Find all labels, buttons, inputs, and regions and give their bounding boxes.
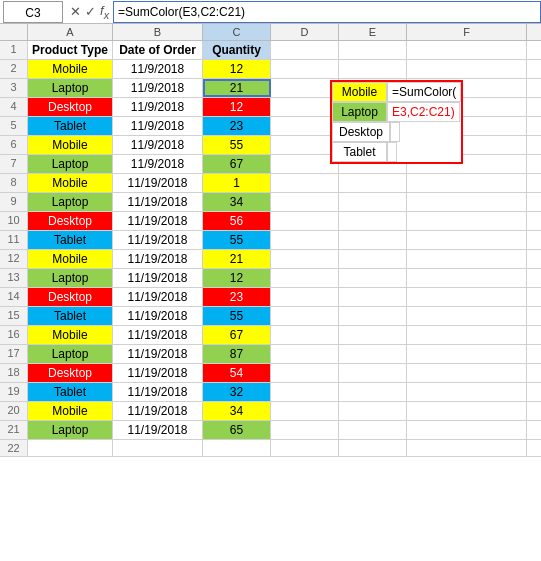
cell-d6: [271, 136, 339, 154]
cell-a2[interactable]: Mobile: [28, 60, 113, 78]
cell-a18[interactable]: Desktop: [28, 364, 113, 382]
cell-b17[interactable]: 11/19/2018: [113, 345, 203, 363]
cell-e21: [339, 421, 407, 439]
cell-d4: [271, 98, 339, 116]
cell-a15[interactable]: Tablet: [28, 307, 113, 325]
confirm-icon[interactable]: ✓: [85, 4, 96, 19]
cell-c6[interactable]: 55: [203, 136, 271, 154]
fx-icon[interactable]: fx: [100, 3, 109, 21]
cell-e2: [339, 60, 407, 78]
col-header-c[interactable]: C: [203, 24, 271, 40]
cell-c14[interactable]: 23: [203, 288, 271, 306]
cell-b8[interactable]: 11/19/2018: [113, 174, 203, 192]
cell-b15[interactable]: 11/19/2018: [113, 307, 203, 325]
cell-b5[interactable]: 11/9/2018: [113, 117, 203, 135]
cell-b20[interactable]: 11/19/2018: [113, 402, 203, 420]
formula-bar: C3 ✕ ✓ fx: [0, 0, 541, 24]
row-number-header-spacer: [0, 24, 28, 40]
row-num-9: 9: [0, 193, 28, 211]
cell-c8[interactable]: 1: [203, 174, 271, 192]
cell-b3[interactable]: 11/9/2018: [113, 79, 203, 97]
cell-b9[interactable]: 11/19/2018: [113, 193, 203, 211]
cell-c22[interactable]: [203, 440, 271, 456]
cell-c7[interactable]: 67: [203, 155, 271, 173]
cell-a9[interactable]: Laptop: [28, 193, 113, 211]
cell-b14[interactable]: 11/19/2018: [113, 288, 203, 306]
row-1: 1 Product Type Date of Order Quantity: [0, 41, 541, 60]
formula-input[interactable]: [113, 1, 541, 23]
cell-a1[interactable]: Product Type: [28, 41, 113, 59]
cell-d21: [271, 421, 339, 439]
col-header-b[interactable]: B: [113, 24, 203, 40]
cell-d19: [271, 383, 339, 401]
cell-c4[interactable]: 12: [203, 98, 271, 116]
cancel-icon[interactable]: ✕: [70, 4, 81, 19]
cell-a19[interactable]: Tablet: [28, 383, 113, 401]
cell-b7[interactable]: 11/9/2018: [113, 155, 203, 173]
cell-a10[interactable]: Desktop: [28, 212, 113, 230]
cell-a11[interactable]: Tablet: [28, 231, 113, 249]
cell-e19: [339, 383, 407, 401]
cell-c5[interactable]: 23: [203, 117, 271, 135]
popup-row-desktop: Desktop: [332, 122, 461, 142]
cell-c11[interactable]: 55: [203, 231, 271, 249]
cell-b10[interactable]: 11/19/2018: [113, 212, 203, 230]
cell-a7[interactable]: Laptop: [28, 155, 113, 173]
cell-a17[interactable]: Laptop: [28, 345, 113, 363]
cell-a22[interactable]: [28, 440, 113, 456]
name-box[interactable]: C3: [3, 1, 63, 23]
cell-a3[interactable]: Laptop: [28, 79, 113, 97]
cell-f2: [407, 60, 527, 78]
cell-c19[interactable]: 32: [203, 383, 271, 401]
cell-c2[interactable]: 12: [203, 60, 271, 78]
cell-d9: [271, 193, 339, 211]
cell-c9[interactable]: 34: [203, 193, 271, 211]
cell-a4[interactable]: Desktop: [28, 98, 113, 116]
cell-b4[interactable]: 11/9/2018: [113, 98, 203, 116]
cell-a14[interactable]: Desktop: [28, 288, 113, 306]
cell-b13[interactable]: 11/19/2018: [113, 269, 203, 287]
cell-c15[interactable]: 55: [203, 307, 271, 325]
cell-b22[interactable]: [113, 440, 203, 456]
cell-c18[interactable]: 54: [203, 364, 271, 382]
cell-a8[interactable]: Mobile: [28, 174, 113, 192]
cell-a21[interactable]: Laptop: [28, 421, 113, 439]
cell-b21[interactable]: 11/19/2018: [113, 421, 203, 439]
cell-f13: [407, 269, 527, 287]
cell-d18: [271, 364, 339, 382]
cell-b2[interactable]: 11/9/2018: [113, 60, 203, 78]
cell-a16[interactable]: Mobile: [28, 326, 113, 344]
row-12: 12 Mobile 11/19/2018 21: [0, 250, 541, 269]
col-header-f[interactable]: F: [407, 24, 527, 40]
col-header-a[interactable]: A: [28, 24, 113, 40]
cell-b18[interactable]: 11/19/2018: [113, 364, 203, 382]
cell-c21[interactable]: 65: [203, 421, 271, 439]
cell-a6[interactable]: Mobile: [28, 136, 113, 154]
cell-b6[interactable]: 11/9/2018: [113, 136, 203, 154]
col-header-e[interactable]: E: [339, 24, 407, 40]
cell-c10[interactable]: 56: [203, 212, 271, 230]
cell-d12: [271, 250, 339, 268]
popup-label-mobile: Mobile: [332, 82, 387, 102]
cell-c17[interactable]: 87: [203, 345, 271, 363]
cell-b1[interactable]: Date of Order: [113, 41, 203, 59]
cell-c3[interactable]: 21: [203, 79, 271, 97]
cell-a12[interactable]: Mobile: [28, 250, 113, 268]
cell-c20[interactable]: 34: [203, 402, 271, 420]
cell-c13[interactable]: 12: [203, 269, 271, 287]
col-header-d[interactable]: D: [271, 24, 339, 40]
cell-c1[interactable]: Quantity: [203, 41, 271, 59]
row-num-17: 17: [0, 345, 28, 363]
cell-b16[interactable]: 11/19/2018: [113, 326, 203, 344]
cell-b11[interactable]: 11/19/2018: [113, 231, 203, 249]
cell-c16[interactable]: 67: [203, 326, 271, 344]
cell-c12[interactable]: 21: [203, 250, 271, 268]
cell-b19[interactable]: 11/19/2018: [113, 383, 203, 401]
cell-d3: [271, 79, 339, 97]
cell-e12: [339, 250, 407, 268]
cell-f15: [407, 307, 527, 325]
cell-a13[interactable]: Laptop: [28, 269, 113, 287]
cell-a20[interactable]: Mobile: [28, 402, 113, 420]
cell-b12[interactable]: 11/19/2018: [113, 250, 203, 268]
cell-a5[interactable]: Tablet: [28, 117, 113, 135]
